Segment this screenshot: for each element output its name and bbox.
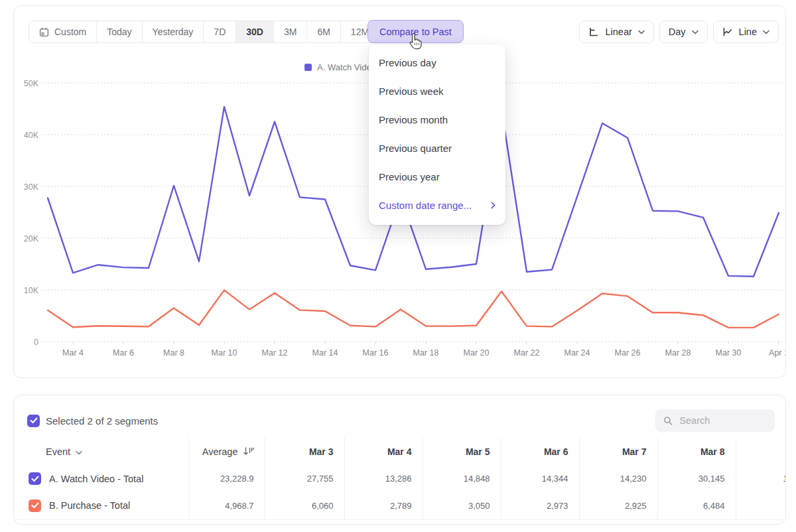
- menu-item-previous-month[interactable]: Previous month: [369, 105, 505, 134]
- range-button-7d[interactable]: 7D: [203, 21, 235, 42]
- interval-dropdown-label: Day: [669, 27, 686, 37]
- date-value-clipped: 3,: [736, 492, 786, 519]
- date-value: 2,973: [501, 492, 579, 519]
- segment-label: B. Purchase - Total: [49, 500, 130, 511]
- y-axis-tick-label: 30K: [24, 182, 39, 192]
- menu-item-custom-date-range[interactable]: Custom date range...: [369, 191, 505, 220]
- x-axis-tick-label: Mar 10: [212, 348, 237, 358]
- x-axis-tick-label: Mar 6: [113, 348, 134, 358]
- date-value: 27,755: [265, 465, 344, 492]
- range-button-label: Custom: [54, 27, 86, 37]
- chart-type-dropdown[interactable]: Line: [713, 21, 779, 43]
- x-axis-tick-label: Mar 16: [363, 348, 389, 358]
- check-icon: [31, 502, 39, 509]
- series-line-b: [48, 290, 779, 328]
- scale-dropdown-label: Linear: [605, 27, 631, 37]
- x-axis-tick-label: Mar 30: [716, 348, 742, 358]
- menu-item-previous-quarter[interactable]: Previous quarter: [369, 134, 505, 163]
- menu-item-label: Custom date range...: [379, 200, 472, 211]
- date-value: 3,050: [423, 492, 501, 519]
- table-header-row: EventAverageMar 3Mar 4Mar 5Mar 6Mar 7Mar…: [14, 438, 786, 465]
- check-icon: [31, 476, 39, 482]
- chevron-right-icon: [491, 202, 496, 209]
- search-box[interactable]: [655, 409, 775, 432]
- range-button-label: Yesterday: [153, 27, 194, 37]
- interval-dropdown[interactable]: Day: [659, 21, 708, 43]
- menu-item-previous-day[interactable]: Previous day: [369, 48, 505, 77]
- column-header-date: Mar 5: [423, 438, 501, 465]
- series-a-swatch: [304, 64, 312, 71]
- x-axis-tick-label: Mar 18: [413, 348, 439, 358]
- x-axis-tick-label: Mar 8: [163, 348, 184, 358]
- column-header-date: Mar 4: [344, 438, 423, 465]
- date-value: 6,060: [265, 492, 344, 519]
- chart-legend: A. Watch Vide: [304, 62, 371, 72]
- compare-to-past-button[interactable]: Compare to Past: [367, 20, 464, 43]
- menu-item-previous-year[interactable]: Previous year: [369, 163, 505, 191]
- average-header-label: Average: [202, 446, 238, 457]
- series-a-legend-label: A. Watch Vide: [317, 62, 371, 72]
- range-button-3m[interactable]: 3M: [273, 21, 306, 42]
- analytics-report-page: { "toolbar": { "range_buttons": [ {"labe…: [0, 0, 796, 532]
- segments-table: EventAverageMar 3Mar 4Mar 5Mar 6Mar 7Mar…: [14, 438, 786, 520]
- range-button-label: 6M: [317, 27, 330, 37]
- average-value: 23,228.9: [188, 465, 265, 492]
- menu-item-label: Previous week: [379, 86, 444, 97]
- segment-checkbox[interactable]: [29, 499, 41, 512]
- column-header-date: Mar 8: [657, 438, 736, 465]
- search-input[interactable]: [679, 415, 767, 426]
- chevron-down-icon: [763, 30, 769, 34]
- segment-checkbox[interactable]: [29, 472, 41, 485]
- x-axis-tick-label: Mar 28: [665, 348, 691, 358]
- table-row: B. Purchase - Total4,968.76,0602,7893,05…: [14, 492, 786, 519]
- date-value: 14,344: [501, 465, 579, 492]
- search-icon: [663, 415, 673, 427]
- segment-label: A. Watch Video - Total: [49, 474, 143, 484]
- column-header-date: Mar 7: [579, 438, 657, 465]
- x-axis-tick-label: Mar 20: [464, 348, 490, 358]
- range-button-today[interactable]: Today: [96, 21, 141, 42]
- line-chart-icon: [722, 27, 733, 37]
- select-all-checkbox[interactable]: [27, 415, 40, 427]
- x-axis-tick-label: Mar 4: [62, 348, 84, 358]
- scale-dropdown[interactable]: Linear: [579, 21, 653, 43]
- x-axis-tick-label: Mar 14: [312, 348, 338, 358]
- chart-display-controls: Linear Day Line: [579, 21, 779, 43]
- selected-summary: Selected 2 of 2 segments: [46, 415, 158, 427]
- date-value: 14,848: [423, 465, 501, 492]
- range-button-label: 12M: [351, 27, 369, 37]
- chevron-down-icon: [692, 30, 698, 34]
- column-header-date-clipped: M: [736, 438, 786, 465]
- range-button-yesterday[interactable]: Yesterday: [142, 21, 204, 42]
- x-axis-tick-label: Mar 24: [564, 348, 590, 358]
- column-header-average[interactable]: Average: [188, 438, 265, 465]
- range-button-label: 3M: [284, 27, 297, 37]
- date-value-clipped: 15,: [736, 465, 786, 492]
- y-axis-tick-label: 20K: [24, 234, 39, 243]
- x-axis-tick-label: Mar 22: [514, 348, 540, 358]
- menu-item-previous-week[interactable]: Previous week: [369, 77, 505, 105]
- y-axis-tick-label: 40K: [24, 131, 39, 140]
- y-axis-tick-label: 10K: [24, 286, 39, 295]
- range-button-custom[interactable]: Custom: [29, 21, 96, 42]
- date-value: 2,925: [579, 492, 657, 519]
- segment-label-cell: A. Watch Video - Total: [14, 465, 188, 492]
- range-button-30d[interactable]: 30D: [235, 21, 273, 42]
- date-value: 6,484: [657, 492, 736, 519]
- chevron-down-icon: [638, 30, 645, 34]
- y-axis-tick-label: 0: [34, 338, 38, 347]
- chevron-down-icon: [76, 450, 82, 455]
- x-axis-tick-label: Apr 1: [769, 348, 785, 358]
- range-button-6m[interactable]: 6M: [306, 21, 340, 42]
- column-header-date: Mar 3: [265, 438, 344, 465]
- calendar-icon: [39, 27, 49, 37]
- menu-item-label: Previous day: [379, 57, 436, 68]
- x-axis-tick-label: Mar 26: [615, 348, 641, 358]
- menu-item-label: Previous month: [379, 114, 448, 125]
- column-header-event[interactable]: Event: [14, 438, 188, 465]
- segments-card: Selected 2 of 2 segments EventAverageMar…: [13, 395, 786, 525]
- average-value: 4,968.7: [188, 492, 265, 519]
- check-icon: [30, 417, 38, 424]
- column-header-date: Mar 6: [501, 438, 579, 465]
- date-value: 2,789: [344, 492, 423, 519]
